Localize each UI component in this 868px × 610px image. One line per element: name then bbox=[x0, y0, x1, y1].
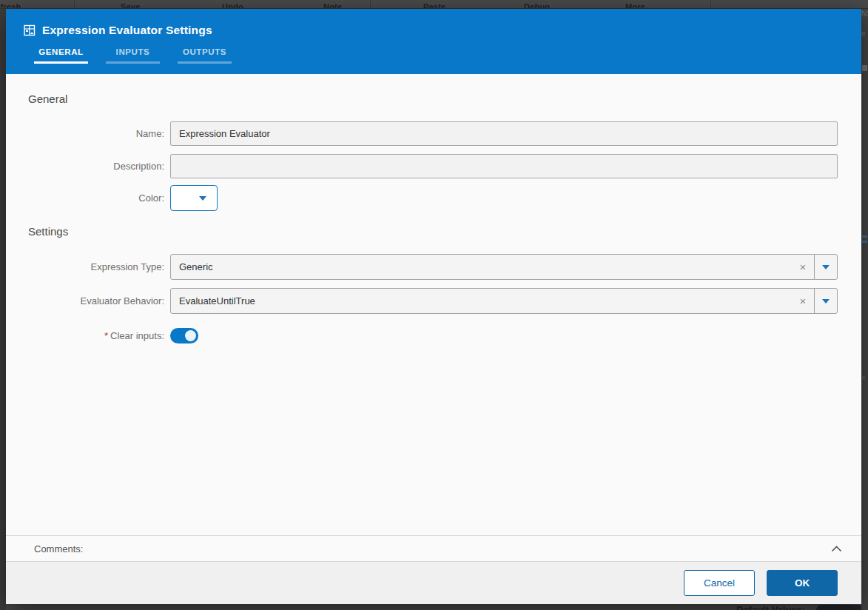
bg-fragment-shape bbox=[862, 241, 867, 243]
toolbar-separator bbox=[710, 0, 711, 9]
description-input[interactable] bbox=[170, 154, 838, 178]
toolbar-separator bbox=[74, 0, 75, 9]
bg-fragment-shape bbox=[862, 65, 867, 71]
chevron-down-icon bbox=[822, 299, 830, 304]
bg-fragment-shape bbox=[816, 605, 861, 610]
dialog-header: Expression Evaluator Settings GENERAL IN… bbox=[6, 9, 861, 74]
bg-toolbar-label: Paste bbox=[423, 2, 445, 9]
ok-button[interactable]: OK bbox=[767, 570, 838, 596]
evaluator-behavior-dropdown[interactable]: EvaluateUntilTrue × bbox=[170, 288, 838, 314]
dimmed-background-bottom: Default Values: bbox=[6, 604, 861, 610]
required-marker: * bbox=[104, 330, 108, 341]
cancel-button[interactable]: Cancel bbox=[684, 570, 755, 596]
bg-fragment-shape bbox=[862, 235, 867, 238]
bg-toolbar-label: Save bbox=[121, 2, 141, 9]
settings-section-heading: Settings bbox=[28, 225, 838, 238]
name-label: Name: bbox=[28, 128, 170, 139]
bg-toolbar-label: Undo bbox=[222, 2, 243, 9]
expression-grid-icon bbox=[24, 24, 36, 36]
comments-label: Comments: bbox=[34, 543, 83, 554]
chevron-down-icon bbox=[822, 265, 830, 269]
toolbar-separator bbox=[370, 0, 371, 9]
bg-toolbar-label: Refresh bbox=[0, 2, 21, 9]
evaluator-behavior-caret-button[interactable] bbox=[814, 289, 837, 313]
expression-type-value: Generic bbox=[171, 255, 792, 279]
chevron-down-icon bbox=[199, 196, 206, 201]
expression-type-label: Expression Type: bbox=[28, 261, 170, 272]
comments-bar[interactable]: Comments: bbox=[6, 535, 861, 562]
dialog-footer: Cancel OK bbox=[6, 562, 861, 604]
color-label: Color: bbox=[28, 192, 170, 204]
chevron-up-icon bbox=[831, 546, 842, 552]
dimmed-background-toolbar: Refresh Save Undo Note Paste Debug More bbox=[0, 0, 868, 9]
bg-bottom-label: Default Values: bbox=[736, 604, 805, 610]
comments-collapse-button[interactable] bbox=[831, 546, 842, 552]
evaluator-behavior-label: Evaluator Behavior: bbox=[28, 295, 170, 306]
clear-inputs-label: *Clear inputs: bbox=[28, 330, 170, 341]
evaluator-behavior-value: EvaluateUntilTrue bbox=[171, 289, 792, 313]
expression-type-caret-button[interactable] bbox=[814, 255, 837, 279]
name-input[interactable] bbox=[170, 121, 838, 146]
clear-value-icon[interactable]: × bbox=[792, 255, 814, 279]
bg-toolbar-label: Debug bbox=[524, 2, 550, 9]
bg-toolbar-label: Note bbox=[323, 2, 342, 9]
color-dropdown[interactable] bbox=[170, 185, 218, 211]
tab-inputs[interactable]: INPUTS bbox=[106, 47, 160, 64]
dialog-tabs: GENERAL INPUTS OUTPUTS bbox=[34, 47, 232, 64]
expression-type-dropdown[interactable]: Generic × bbox=[170, 254, 838, 280]
bg-toolbar-label: More bbox=[625, 2, 645, 9]
toggle-knob bbox=[185, 330, 196, 341]
dialog-title: Expression Evaluator Settings bbox=[42, 24, 212, 37]
tab-general[interactable]: GENERAL bbox=[34, 47, 88, 64]
dialog-body: General Name: Description: Color: bbox=[6, 74, 861, 535]
bg-fragment-text: × bbox=[861, 374, 866, 382]
description-label: Description: bbox=[28, 161, 170, 172]
bg-fragment-text: e bbox=[861, 30, 866, 38]
screen: Refresh Save Undo Note Paste Debug More … bbox=[0, 0, 868, 610]
bg-fragment-text: NS bbox=[861, 10, 868, 18]
tab-outputs[interactable]: OUTPUTS bbox=[178, 47, 232, 64]
clear-value-icon[interactable]: × bbox=[792, 289, 814, 313]
dimmed-background-right: NS e × bbox=[861, 9, 868, 610]
general-section-heading: General bbox=[28, 93, 838, 105]
expression-evaluator-settings-dialog: Expression Evaluator Settings GENERAL IN… bbox=[6, 9, 861, 604]
clear-inputs-toggle[interactable] bbox=[170, 328, 198, 343]
